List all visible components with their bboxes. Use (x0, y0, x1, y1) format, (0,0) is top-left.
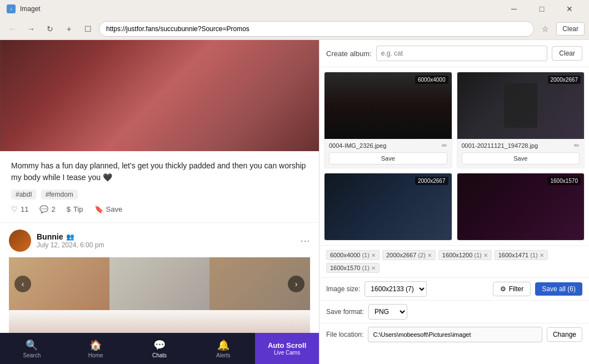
nav-alerts[interactable]: 🔔 Alerts (191, 333, 255, 364)
image-carousel: ‹ › (9, 257, 310, 310)
filter-tag-1[interactable]: 2000x2667 (2) ✕ (382, 250, 436, 260)
resolution-badge-1: 6000x4000 (415, 76, 448, 84)
save-format-select[interactable]: PNG JPEG WEBP (368, 304, 407, 320)
filter-tag-count-3: (1) (530, 252, 537, 258)
filter-tag-size-2: 1600x1200 (442, 252, 472, 258)
app-title: Imaget (20, 5, 41, 13)
nav-home[interactable]: 🏠 Home (64, 333, 128, 364)
home-icon: 🏠 (89, 339, 102, 351)
likes-count: 11 (21, 205, 28, 213)
carousel-next-button[interactable]: › (288, 276, 305, 292)
save-image-2-button[interactable]: Save (462, 152, 580, 164)
hero-section: ☰ Choose Subscription (0, 40, 319, 151)
maximize-button[interactable]: □ (529, 0, 555, 18)
user-post-header: Bunnie 👥 July 12, 2024, 6:00 pm ⋯ (9, 230, 310, 252)
home-label: Home (88, 352, 103, 358)
image-thumb-2: 2000x2667 (457, 72, 585, 139)
image-filename-2: 0001-20211121_194728.jpg (462, 142, 572, 149)
image-card-1: 6000x4000 0004-IMG_2326.jpeg ✏ Save (324, 72, 452, 168)
file-location-row: File location: Change (320, 323, 589, 346)
url-input[interactable] (99, 21, 534, 37)
likes-button[interactable]: ♡ 11 (11, 205, 28, 213)
alerts-label: Alerts (216, 352, 231, 358)
edit-icon-1[interactable]: ✏ (442, 142, 447, 149)
filter-tag-close-2[interactable]: ✕ (483, 252, 488, 258)
image-size-label: Image size: (326, 285, 360, 293)
main-area: ☰ Choose Subscription Mommy has a fun da… (0, 40, 589, 364)
bookmark-button[interactable]: ☆ (537, 21, 553, 37)
forward-button[interactable]: → (23, 21, 39, 37)
filter-tag-4[interactable]: 1600x1570 (1) ✕ (326, 263, 380, 273)
image-filename-1: 0004-IMG_2326.jpeg (329, 142, 440, 149)
username: Bunnie 👥 (37, 232, 294, 241)
filter-tag-count-0: (1) (362, 252, 369, 258)
svg-text:I: I (11, 7, 12, 12)
clear-button[interactable]: Clear (556, 22, 585, 36)
album-label: Create album: (326, 49, 372, 58)
image-size-select[interactable]: 1600x2133 (7) (365, 281, 427, 297)
heart-icon: ♡ (11, 205, 18, 213)
user-info: Bunnie 👥 July 12, 2024, 6:00 pm (37, 232, 294, 249)
titlebar: I Imaget ─ □ ✕ (0, 0, 589, 18)
change-location-button[interactable]: Change (547, 327, 582, 342)
image-grid: 6000x4000 0004-IMG_2326.jpeg ✏ Save 2000… (320, 67, 589, 245)
nav-chats[interactable]: 💬 Chats (128, 333, 192, 364)
filter-button[interactable]: ⚙ Filter (493, 282, 531, 296)
filter-tag-close-0[interactable]: ✕ (371, 252, 376, 258)
close-button[interactable]: ✕ (557, 0, 582, 18)
carousel-image-2 (109, 257, 210, 310)
save-all-button[interactable]: Save all (6) (535, 282, 582, 296)
file-location-input[interactable] (368, 327, 542, 342)
tag-abdl[interactable]: #abdl (11, 190, 36, 200)
alerts-icon: 🔔 (217, 339, 229, 351)
filter-tag-close-4[interactable]: ✕ (371, 265, 376, 271)
clear-right-button[interactable]: Clear (552, 46, 582, 61)
post-tags: #abdl #femdom (11, 189, 308, 200)
save-image-1-button[interactable]: Save (329, 152, 447, 164)
resolution-badge-3: 2000x2667 (415, 177, 448, 185)
filter-tag-close-1[interactable]: ✕ (427, 252, 432, 258)
resolution-badge-4: 1600x1570 (548, 177, 581, 185)
browser-toolbar: ← → ↻ + ☐ ☆ Clear (0, 18, 589, 40)
more-options-button[interactable]: ⋯ (300, 235, 310, 247)
refresh-button[interactable]: ↻ (42, 21, 58, 37)
comment-icon: 💬 (39, 205, 48, 213)
filter-tag-count-2: (1) (474, 252, 481, 258)
dollar-icon: $ (67, 205, 71, 213)
post-timestamp: July 12, 2024, 6:00 pm (37, 241, 294, 249)
image-info-1: 0004-IMG_2326.jpeg ✏ (325, 139, 452, 152)
tag-femdom[interactable]: #femdom (41, 190, 78, 200)
save-format-label: Save format: (326, 308, 364, 316)
image-size-row: Image size: 1600x2133 (7) ⚙ Filter Save … (320, 277, 589, 300)
filter-tag-count-1: (2) (418, 252, 425, 258)
filter-tag-3[interactable]: 1600x1471 (1) ✕ (495, 250, 548, 260)
comments-button[interactable]: 💬 2 (39, 205, 55, 213)
filter-tag-0[interactable]: 6000x4000 (1) ✕ (326, 250, 380, 260)
carousel-prev-button[interactable]: ‹ (14, 276, 31, 292)
filter-settings-icon: ⚙ (500, 285, 506, 293)
left-panel: ☰ Choose Subscription Mommy has a fun da… (0, 40, 320, 364)
nav-search[interactable]: 🔍 Search (0, 333, 64, 364)
back-button[interactable]: ← (4, 21, 20, 37)
filter-tags: 6000x4000 (1) ✕ 2000x2667 (2) ✕ 1600x120… (326, 250, 582, 273)
verified-icon: 👥 (66, 233, 74, 241)
post-section: Mommy has a fun day planned, let's get y… (0, 151, 319, 223)
chats-icon: 💬 (153, 339, 166, 351)
edit-icon-2[interactable]: ✏ (574, 142, 580, 149)
new-tab-button[interactable]: + (61, 21, 77, 37)
album-bar: Create album: Clear (320, 40, 589, 67)
browser-content: ☰ Choose Subscription Mommy has a fun da… (0, 40, 319, 333)
save-post-button[interactable]: 🔖 Save (94, 205, 123, 213)
filter-tag-size-0: 6000x4000 (330, 252, 360, 258)
window-controls: ─ □ ✕ (501, 0, 582, 18)
filter-tag-2[interactable]: 1600x1200 (1) ✕ (438, 250, 492, 260)
filter-tag-close-3[interactable]: ✕ (540, 252, 544, 258)
post-actions: ♡ 11 💬 2 $ Tip 🔖 Save (11, 200, 308, 213)
autoscroll-button[interactable]: Auto Scroll Live Cams (255, 333, 319, 364)
tip-button[interactable]: $ Tip (67, 205, 83, 213)
bottom-nav: 🔍 Search 🏠 Home 💬 Chats 🔔 Alerts Auto Sc… (0, 333, 319, 364)
minimize-button[interactable]: ─ (501, 0, 527, 18)
image-thumb-1: 6000x4000 (325, 72, 452, 139)
album-input[interactable] (376, 46, 548, 61)
resolution-badge-2: 2000x2667 (548, 76, 581, 84)
